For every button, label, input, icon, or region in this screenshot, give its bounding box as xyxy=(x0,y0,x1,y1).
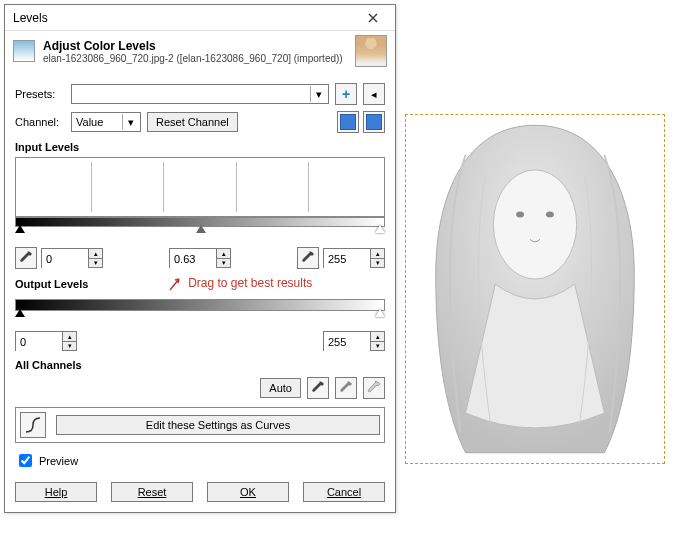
add-preset-button[interactable]: + xyxy=(335,83,357,105)
eyedropper-icon xyxy=(19,251,33,265)
channel-row: Channel: Value ▾ Reset Channel xyxy=(15,111,385,133)
svg-point-2 xyxy=(546,212,554,218)
input-slider-track[interactable] xyxy=(15,227,385,241)
edit-as-curves-button[interactable]: Edit these Settings as Curves xyxy=(56,415,380,435)
histogram-linear-icon xyxy=(340,114,356,130)
output-low-field[interactable]: ▴▾ xyxy=(15,331,77,351)
output-white-slider[interactable] xyxy=(375,309,385,317)
pick-gray-button[interactable] xyxy=(335,377,357,399)
histogram-log-icon xyxy=(366,114,382,130)
presets-combo[interactable]: ▾ xyxy=(71,84,329,104)
ok-button[interactable]: OK xyxy=(207,482,289,502)
presets-label: Presets: xyxy=(15,88,65,100)
all-channels-label: All Channels xyxy=(15,359,385,371)
levels-tool-icon xyxy=(13,40,35,62)
channel-select[interactable]: Value ▾ xyxy=(71,112,141,132)
histogram[interactable] xyxy=(15,157,385,217)
input-levels-label: Input Levels xyxy=(15,141,385,153)
black-eyedropper[interactable] xyxy=(15,247,37,269)
eyedropper-icon xyxy=(301,251,315,265)
preview-label: Preview xyxy=(39,455,78,467)
dialog-subtitle: elan-1623086_960_720.jpg-2 ([elan-162308… xyxy=(43,53,347,64)
chevron-down-icon: ▾ xyxy=(310,86,326,102)
close-button[interactable] xyxy=(355,6,391,30)
sketch-preview xyxy=(406,115,664,463)
levels-dialog: Levels Adjust Color Levels elan-1623086_… xyxy=(4,4,396,513)
gamma-slider[interactable] xyxy=(196,225,206,233)
dialog-header: Adjust Color Levels elan-1623086_960_720… xyxy=(5,31,395,71)
white-point-slider[interactable] xyxy=(375,225,385,233)
output-slider-track[interactable] xyxy=(15,311,385,325)
spin-down[interactable]: ▾ xyxy=(217,259,230,268)
eyedropper-icon xyxy=(311,381,325,395)
svg-point-1 xyxy=(516,212,524,218)
plus-icon: + xyxy=(342,86,350,102)
edit-as-curves-row: Edit these Settings as Curves xyxy=(15,407,385,443)
dialog-heading: Adjust Color Levels xyxy=(43,39,347,53)
spin-down[interactable]: ▾ xyxy=(371,259,384,268)
output-levels-label: Output Levels xyxy=(15,278,88,290)
chevron-down-icon: ▾ xyxy=(122,114,138,130)
help-button[interactable]: Help xyxy=(15,482,97,502)
log-histogram-button[interactable] xyxy=(363,111,385,133)
svg-point-0 xyxy=(493,170,576,279)
annotation-text: Drag to get best results xyxy=(188,276,312,290)
eyedropper-icon xyxy=(367,381,381,395)
output-gradient xyxy=(15,299,385,311)
output-high-field[interactable]: ▴▾ xyxy=(323,331,385,351)
curves-icon xyxy=(24,416,42,434)
channel-label: Channel: xyxy=(15,116,65,128)
spin-up[interactable]: ▴ xyxy=(371,249,384,259)
image-canvas[interactable] xyxy=(405,114,665,464)
curves-icon-button[interactable] xyxy=(20,412,46,438)
pick-white-button[interactable] xyxy=(363,377,385,399)
eyedropper-icon xyxy=(339,381,353,395)
pick-black-button[interactable] xyxy=(307,377,329,399)
window-title: Levels xyxy=(13,11,355,25)
menu-left-icon: ◂ xyxy=(371,88,377,101)
spin-up[interactable]: ▴ xyxy=(217,249,230,259)
auto-button[interactable]: Auto xyxy=(260,378,301,398)
spin-up[interactable]: ▴ xyxy=(89,249,102,259)
reset-button[interactable]: Reset xyxy=(111,482,193,502)
presets-row: Presets: ▾ + ◂ xyxy=(15,83,385,105)
spin-down[interactable]: ▾ xyxy=(89,259,102,268)
input-low-field[interactable]: ▴▾ xyxy=(41,248,103,268)
close-icon xyxy=(368,13,378,23)
layer-thumbnail xyxy=(355,35,387,67)
input-gamma-field[interactable]: ▴▾ xyxy=(169,248,231,268)
white-eyedropper[interactable] xyxy=(297,247,319,269)
titlebar[interactable]: Levels xyxy=(5,5,395,31)
arrow-annotation-icon xyxy=(167,275,185,293)
input-high-field[interactable]: ▴▾ xyxy=(323,248,385,268)
output-black-slider[interactable] xyxy=(15,309,25,317)
preview-checkbox[interactable] xyxy=(19,454,32,467)
linear-histogram-button[interactable] xyxy=(337,111,359,133)
black-point-slider[interactable] xyxy=(15,225,25,233)
reset-channel-button[interactable]: Reset Channel xyxy=(147,112,238,132)
preset-menu-button[interactable]: ◂ xyxy=(363,83,385,105)
cancel-button[interactable]: Cancel xyxy=(303,482,385,502)
